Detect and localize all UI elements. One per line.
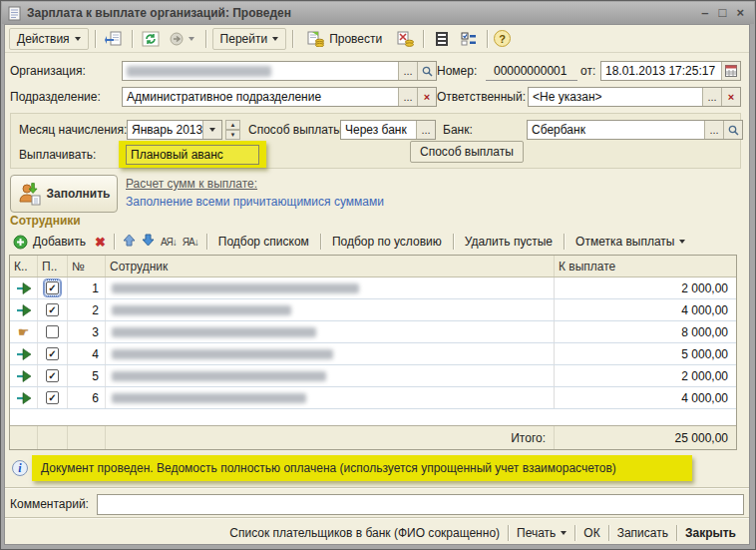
- row-check-cell: ✓: [38, 365, 68, 386]
- dropdown-button[interactable]: [202, 121, 221, 139]
- table-row[interactable]: ✓12 000,00: [10, 277, 736, 299]
- pick-by-condition-button[interactable]: Подбор по условию: [329, 235, 445, 249]
- employee-name-cell[interactable]: [106, 321, 555, 342]
- table-row[interactable]: ✓45 000,00: [10, 343, 736, 365]
- calc-sums-link[interactable]: Расчет сумм к выплате:: [126, 177, 257, 191]
- accrual-month-field[interactable]: Январь 2013: [127, 120, 222, 140]
- spin-down-icon[interactable]: ▼: [225, 130, 240, 140]
- responsible-label: Ответственный:: [437, 90, 526, 104]
- actions-menu-button[interactable]: Действия: [9, 28, 89, 50]
- goto-menu-button[interactable]: Перейти: [212, 28, 287, 50]
- magnifier-icon-button[interactable]: [417, 62, 436, 80]
- column-header-num[interactable]: №: [68, 256, 106, 276]
- ellipsis-button[interactable]: ...: [398, 62, 417, 80]
- row-number: 2: [68, 299, 106, 320]
- row-check-cell: ✓: [38, 343, 68, 364]
- unpost-document-icon-button[interactable]: [393, 28, 417, 50]
- refresh-icon-button[interactable]: [139, 28, 163, 50]
- window-title: Зарплата к выплате организаций: Проведен: [27, 6, 695, 20]
- close-form-button[interactable]: Закрыть: [677, 522, 744, 544]
- censored-employee-name: [112, 349, 333, 359]
- responsible-field[interactable]: <Не указан> ... ×: [528, 87, 741, 107]
- column-header-employee[interactable]: Сотрудник: [106, 256, 555, 276]
- bank-field[interactable]: Сбербанк ...: [527, 120, 743, 140]
- employee-name-cell[interactable]: [106, 343, 555, 364]
- employee-name-cell[interactable]: [106, 365, 555, 386]
- title-bar[interactable]: Зарплата к выплате организаций: Проведен…: [2, 2, 754, 24]
- table-row[interactable]: ☛38 000,00: [10, 321, 736, 343]
- ellipsis-button[interactable]: ...: [704, 121, 723, 139]
- minimize-button[interactable]: –: [701, 6, 708, 20]
- clear-icon-button[interactable]: ×: [417, 88, 436, 106]
- comment-input[interactable]: [97, 494, 744, 515]
- organization-field[interactable]: ...: [122, 61, 437, 81]
- ellipsis-button[interactable]: ...: [398, 88, 417, 106]
- settings-checkbox-icon-button[interactable]: [457, 28, 481, 50]
- ellipsis-button[interactable]: ...: [702, 88, 721, 106]
- move-down-button[interactable]: [142, 234, 155, 250]
- post-document-button[interactable]: Провести: [299, 28, 390, 50]
- delete-empty-button[interactable]: Удалить пустые: [462, 235, 556, 249]
- date-field[interactable]: 18.01.2013 17:25:17: [600, 61, 741, 81]
- pay-checkbox[interactable]: ✓: [46, 347, 59, 360]
- amount-cell[interactable]: 2 000,00: [555, 277, 736, 298]
- month-spinner[interactable]: ▲ ▼: [225, 120, 240, 140]
- table-row[interactable]: ✓24 000,00: [10, 299, 736, 321]
- pay-checkbox[interactable]: ✓: [46, 369, 59, 382]
- row-number: 5: [68, 365, 106, 386]
- print-menu-button[interactable]: Печать: [509, 522, 574, 544]
- pay-checkbox[interactable]: ✓: [46, 303, 59, 316]
- amount-cell[interactable]: 8 000,00: [555, 321, 736, 342]
- pay-checkbox[interactable]: ✓: [46, 281, 59, 294]
- pick-from-list-button[interactable]: Подбор списком: [215, 235, 312, 249]
- close-button[interactable]: ×: [736, 6, 744, 20]
- department-field[interactable]: Административное подразделение ... ×: [122, 87, 437, 107]
- document-structure-icon-button[interactable]: [430, 28, 454, 50]
- maximize-button[interactable]: □: [719, 6, 727, 20]
- post-document-icon: [307, 31, 324, 47]
- payment-method-button[interactable]: Способ выплаты: [410, 141, 524, 163]
- payment-method-field[interactable]: Через банк ...: [340, 120, 436, 140]
- employee-name-cell[interactable]: [106, 277, 555, 298]
- column-header-amount[interactable]: К выплате: [555, 256, 736, 276]
- bank-payee-list-button[interactable]: Список плательщиков в банк (ФИО сокращен…: [221, 522, 508, 544]
- document-number-value: 00000000001: [486, 61, 577, 81]
- forward-icon-button[interactable]: [166, 28, 199, 50]
- magnifier-icon-button[interactable]: [723, 121, 742, 139]
- column-header-p[interactable]: П..: [38, 256, 68, 276]
- sort-ascending-button[interactable]: АЯ↓: [161, 237, 177, 248]
- clear-icon-button[interactable]: ×: [721, 88, 740, 106]
- amount-cell[interactable]: 5 000,00: [555, 343, 736, 364]
- row-number: 4: [68, 343, 106, 364]
- spin-up-icon[interactable]: ▲: [225, 120, 240, 130]
- save-document-icon-button[interactable]: [102, 28, 126, 50]
- number-label: Номер:: [437, 64, 477, 78]
- amount-cell[interactable]: 4 000,00: [555, 387, 736, 408]
- pay-checkbox[interactable]: [46, 325, 59, 338]
- move-up-button[interactable]: [123, 234, 136, 250]
- sort-descending-button[interactable]: ЯА↓: [183, 237, 198, 248]
- delete-row-button[interactable]: ✖: [95, 235, 106, 250]
- help-icon-button[interactable]: ?: [494, 30, 511, 47]
- calendar-icon-button[interactable]: [721, 62, 740, 80]
- row-status-cell: [10, 343, 38, 364]
- censored-organization-value: [127, 66, 271, 77]
- pay-checkbox[interactable]: ✓: [46, 391, 59, 404]
- censored-employee-name: [112, 393, 306, 403]
- table-row[interactable]: ✓64 000,00: [10, 387, 736, 409]
- amount-cell[interactable]: 2 000,00: [555, 365, 736, 386]
- save-button[interactable]: Записать: [609, 522, 676, 544]
- fill-button[interactable]: Заполнить: [10, 175, 118, 213]
- amount-cell[interactable]: 4 000,00: [555, 299, 736, 320]
- pay-what-field[interactable]: Плановый аванс: [126, 145, 259, 165]
- censored-employee-name: [112, 371, 326, 381]
- add-row-button[interactable]: Добавить: [10, 235, 89, 250]
- employee-name-cell[interactable]: [106, 299, 555, 320]
- column-header-k[interactable]: К..: [10, 256, 38, 276]
- table-row[interactable]: ✓52 000,00: [10, 365, 736, 387]
- payment-mark-menu-button[interactable]: Отметка выплаты: [572, 235, 688, 249]
- employee-name-cell[interactable]: [106, 387, 555, 408]
- fill-all-sums-link[interactable]: Заполнение всеми причитающимися суммами: [126, 195, 384, 209]
- ellipsis-button[interactable]: ...: [416, 121, 435, 139]
- ok-button[interactable]: ОК: [575, 522, 607, 544]
